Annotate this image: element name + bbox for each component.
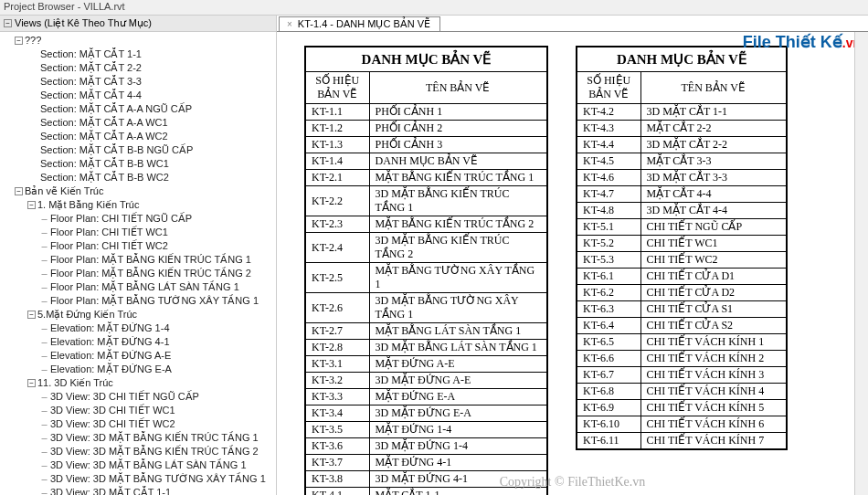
tree-item[interactable]: −5.Mặt Đứng Kiến Trúc <box>2 308 276 321</box>
leaf-dash-icon: – <box>40 294 48 308</box>
drawing-code: KT-6.10 <box>577 416 640 433</box>
leaf-dash-icon: – <box>40 486 48 495</box>
tree-item[interactable]: Section: MẶT CẮT A-A WC1 <box>2 116 276 130</box>
drawing-name: MẶT ĐỨNG 4-1 <box>369 455 547 471</box>
drawing-name: CHI TIẾT VÁCH KÍNH 1 <box>640 334 787 351</box>
drawing-code: KT-6.5 <box>577 334 640 351</box>
drawing-index-table-1: DANH MỤC BẢN VẼ SỐ HIỆU BẢN VẼ TÊN BẢN V… <box>304 46 548 495</box>
views-root[interactable]: − Views (Liệt Kê Theo Thư Mục) <box>0 16 276 32</box>
collapse-icon[interactable]: − <box>4 19 12 27</box>
drawing-code: KT-2.4 <box>305 233 369 263</box>
expand-toggle-icon[interactable]: − <box>27 311 36 319</box>
watermark-text: Copyright © FileThietKe.vn <box>500 475 646 490</box>
tree-item[interactable]: –Floor Plan: MẶT BẰNG LÁT SÀN TẦNG 1 <box>2 280 276 294</box>
drawing-code: KT-4.8 <box>577 203 640 219</box>
tree-item-label: Section: MẶT CẮT 4-4 <box>40 89 142 102</box>
tree-item[interactable]: −1. Mặt Bằng Kiến Trúc <box>2 198 276 212</box>
tree-item[interactable]: Section: MẶT CẮT 3-3 <box>2 75 276 89</box>
tree-item[interactable]: –Floor Plan: MẶT BẰNG KIẾN TRÚC TẦNG 1 <box>2 253 276 267</box>
tree-item[interactable]: −Bản vẽ Kiến Trúc <box>2 184 276 198</box>
expand-toggle-icon[interactable]: − <box>15 187 23 195</box>
drawing-name: 3D MẶT CẮT 3-3 <box>640 170 787 186</box>
tree-item[interactable]: Section: MẶT CẮT A-A NGŨ CẤP <box>2 102 276 116</box>
expand-toggle-icon[interactable]: − <box>15 37 23 45</box>
table-row: KT-4.5MẶT CẮT 3-3 <box>577 153 787 170</box>
leaf-dash-icon: – <box>40 390 48 404</box>
drawing-name: 3D MẶT ĐỨNG A-E <box>369 373 547 389</box>
tree-item[interactable]: –3D View: 3D MẶT BẰNG TƯỜNG XÂY TẦNG 1 <box>2 472 276 486</box>
tree-item[interactable]: Section: MẶT CẮT A-A WC2 <box>2 130 276 143</box>
tree-item[interactable]: Section: MẶT CẮT B-B WC2 <box>2 171 276 184</box>
tree-item-label: Floor Plan: MẶT BẰNG KIẾN TRÚC TẦNG 2 <box>50 267 251 280</box>
table-row: KT-6.6CHI TIẾT VÁCH KÍNH 2 <box>577 351 787 367</box>
tree-item-label: Section: MẶT CẮT B-B NGŨ CẤP <box>40 143 193 157</box>
table-row: KT-6.1CHI TIẾT CỬA D1 <box>577 269 787 285</box>
tree-item[interactable]: –Floor Plan: MẶT BẰNG KIẾN TRÚC TẦNG 2 <box>2 267 276 280</box>
tree-item-label: Floor Plan: CHI TIẾT WC1 <box>50 226 168 239</box>
tree-item-label: Section: MẶT CẮT A-A WC2 <box>40 130 168 143</box>
tree-item[interactable]: –Floor Plan: CHI TIẾT WC2 <box>2 239 276 253</box>
tree-item-label: 3D View: 3D CHI TIẾT NGŨ CẤP <box>50 390 199 404</box>
project-browser-sidebar[interactable]: − Views (Liệt Kê Theo Thư Mục) −???Secti… <box>0 16 277 495</box>
tree-item[interactable]: Section: MẶT CẮT B-B NGŨ CẤP <box>2 143 276 157</box>
tree-item-label: Elevation: MẶT ĐỨNG 1-4 <box>50 321 170 335</box>
drawing-name: MẶT CẮT 4-4 <box>640 186 787 203</box>
tree-item[interactable]: −11. 3D Kiến Trúc <box>2 376 276 390</box>
table-row: KT-4.43D MẶT CẮT 2-2 <box>577 137 787 153</box>
drawing-name: MẶT CẮT 2-2 <box>640 121 787 137</box>
scrollbar-icon[interactable] <box>854 32 868 495</box>
table-row: KT-1.2PHỐI CẢNH 2 <box>305 121 547 137</box>
tree-item[interactable]: –Floor Plan: CHI TIẾT NGŨ CẤP <box>2 212 276 226</box>
col-name: TÊN BẢN VẼ <box>640 72 787 104</box>
tree-item-label: Floor Plan: MẶT BẰNG KIẾN TRÚC TẦNG 1 <box>50 253 251 267</box>
tree-item-label: Section: MẶT CẮT A-A WC1 <box>40 116 168 130</box>
drawing-name: CHI TIẾT CỬA S1 <box>640 301 787 318</box>
tree-item[interactable]: –Elevation: MẶT ĐỨNG 1-4 <box>2 321 276 335</box>
tree-item[interactable]: –Floor Plan: CHI TIẾT WC1 <box>2 226 276 239</box>
drawing-code: KT-6.1 <box>577 269 640 285</box>
tree-item[interactable]: Section: MẶT CẮT B-B WC1 <box>2 157 276 171</box>
drawing-code: KT-2.5 <box>305 263 369 293</box>
close-icon[interactable]: × <box>287 19 292 29</box>
drawing-code: KT-2.6 <box>305 293 369 323</box>
tree-item[interactable]: −??? <box>2 34 276 47</box>
table-row: KT-6.3CHI TIẾT CỬA S1 <box>577 301 787 318</box>
tree-item-label: 11. 3D Kiến Trúc <box>37 376 113 390</box>
tree-item[interactable]: Section: MẶT CẮT 4-4 <box>2 89 276 102</box>
tree-item[interactable]: –3D View: 3D MẶT BẰNG KIẾN TRÚC TẦNG 1 <box>2 431 276 445</box>
drawing-name: 3D MẶT CẮT 4-4 <box>640 203 787 219</box>
tree-item-label: Floor Plan: MẶT BẰNG TƯỜNG XÂY TẦNG 1 <box>50 294 259 308</box>
table-row: KT-3.43D MẶT ĐỨNG E-A <box>305 405 547 422</box>
tree-item[interactable]: Section: MẶT CẮT 2-2 <box>2 61 276 75</box>
leaf-dash-icon: – <box>40 417 48 431</box>
drawing-code: KT-3.8 <box>305 471 369 488</box>
tree-item-label: Section: MẶT CẮT A-A NGŨ CẤP <box>40 102 192 116</box>
expand-toggle-icon[interactable]: − <box>27 379 36 387</box>
table-row: KT-2.23D MẶT BẰNG KIẾN TRÚC TẦNG 1 <box>305 186 547 216</box>
table-row: KT-1.3PHỐI CẢNH 3 <box>305 137 547 153</box>
tree-item[interactable]: –Elevation: MẶT ĐỨNG 4-1 <box>2 335 276 349</box>
leaf-dash-icon: – <box>40 458 48 472</box>
tree-item[interactable]: –3D View: 3D CHI TIẾT NGŨ CẤP <box>2 390 276 404</box>
drawing-name: MẶT BẰNG KIẾN TRÚC TẦNG 1 <box>369 170 547 186</box>
tree-item[interactable]: –Elevation: MẶT ĐỨNG E-A <box>2 363 276 376</box>
drawing-code: KT-2.2 <box>305 186 369 216</box>
table-row: KT-4.23D MẶT CẮT 1-1 <box>577 104 787 121</box>
expand-toggle-icon[interactable]: − <box>27 201 36 209</box>
drawing-name: 3D MẶT ĐỨNG 1-4 <box>369 438 547 455</box>
tree-item[interactable]: –Floor Plan: MẶT BẰNG TƯỜNG XÂY TẦNG 1 <box>2 294 276 308</box>
tree-item[interactable]: –3D View: 3D MẶT CẮT 1-1 <box>2 486 276 495</box>
tree-item[interactable]: –3D View: 3D MẶT BẰNG KIẾN TRÚC TẦNG 2 <box>2 445 276 458</box>
tree-item[interactable]: –3D View: 3D CHI TIẾT WC1 <box>2 404 276 417</box>
table-row: KT-6.2CHI TIẾT CỬA D2 <box>577 285 787 301</box>
tree-item[interactable]: –3D View: 3D CHI TIẾT WC2 <box>2 417 276 431</box>
tab-active[interactable]: × KT-1.4 - DANH MỤC BẢN VẼ <box>279 16 440 31</box>
drawing-canvas[interactable]: DANH MỤC BẢN VẼ SỐ HIỆU BẢN VẼ TÊN BẢN V… <box>277 32 868 495</box>
tree-item[interactable]: –3D View: 3D MẶT BẰNG LÁT SÀN TẦNG 1 <box>2 458 276 472</box>
tree-item[interactable]: –Elevation: MẶT ĐỨNG A-E <box>2 349 276 363</box>
table-row: KT-3.63D MẶT ĐỨNG 1-4 <box>305 438 547 455</box>
tree-item-label: ??? <box>25 34 41 47</box>
drawing-name: CHI TIẾT VÁCH KÍNH 6 <box>640 416 787 433</box>
tree-item[interactable]: Section: MẶT CẮT 1-1 <box>2 47 276 61</box>
drawing-code: KT-4.4 <box>577 137 640 153</box>
